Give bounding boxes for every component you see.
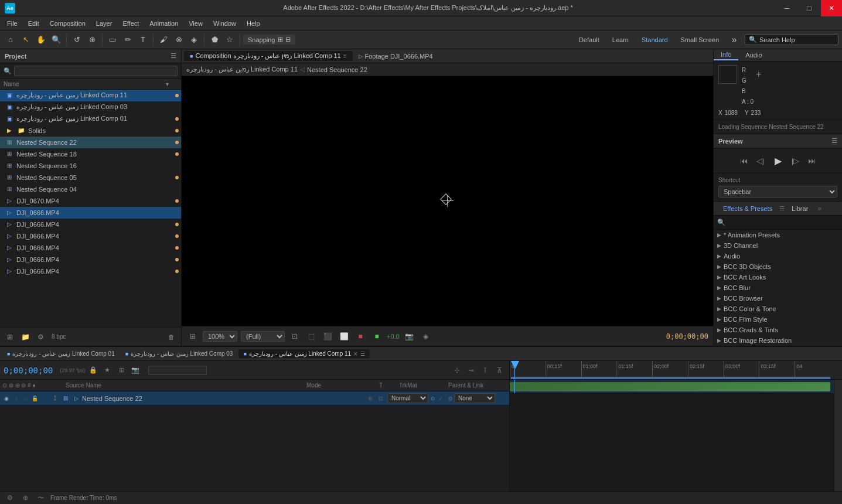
mode-select[interactable]: Normal Multiply Screen [387,393,428,403]
region-of-interest-btn[interactable]: ⊡ [288,330,301,343]
always-preview-btn[interactable]: ⊞ [186,330,199,343]
home-tool[interactable]: ⌂ [4,33,18,47]
puppet-tool[interactable]: ☆ [223,33,237,47]
zoom-select[interactable]: 100% 50% 200% [203,331,237,342]
snapshot-btn[interactable]: 📷 [403,330,416,343]
toggle-checkerboard-btn[interactable]: ⬚ [305,330,318,343]
list-item[interactable]: ▷ DJI_0670.MP4 [0,195,181,207]
clone-tool[interactable]: ⊗ [172,33,186,47]
layer-bar[interactable] [510,382,830,391]
list-item[interactable]: ⊞ Nested Sequence 18 [0,148,181,160]
tl-comp-btn[interactable]: ⊞ [115,365,127,376]
audio-toggle[interactable]: ♪ [12,394,20,403]
toggle-transparency-btn[interactable]: ⬛ [321,330,334,343]
effect-category-bccfilm[interactable]: ▶ BCC Film Style [714,314,842,325]
timeline-tab-comp03[interactable]: ■ زمین عباس - رودبارچره Linked Comp 03 [121,349,238,358]
effect-category-animation[interactable]: ▶ * Animation Presets [714,230,842,240]
menu-effect[interactable]: Effect [118,19,144,28]
list-item[interactable]: ▷ DJI_0666.MP4 [0,242,181,254]
timeline-tab-comp01[interactable]: ■ زمین عباس - رودبارچره Linked Comp 01 [2,349,120,358]
workspace-standard[interactable]: Standard [637,35,673,45]
close-button[interactable]: ✕ [821,0,842,16]
skip-to-start-btn[interactable]: ⏮ [738,154,751,167]
tl-camera-btn[interactable]: 📷 [129,365,141,376]
menu-edit[interactable]: Edit [23,19,44,28]
tl-tab-menu[interactable]: ☰ [360,351,365,357]
rect-tool[interactable]: ▭ [105,33,120,47]
list-item[interactable]: ▣ زمین عباس - رودبارچره Linked Comp 03 [0,101,181,113]
list-item[interactable]: ⊞ Nested Sequence 16 [0,160,181,172]
maximize-button[interactable]: □ [799,0,820,16]
list-item[interactable]: ⊞ Nested Sequence 05 [0,172,181,183]
list-item[interactable]: ▷ DJI_0666.MP4 [0,254,181,265]
tl-layer[interactable]: ◉ ♪ ○ 🔓 1 ⊞ ▷ Nested Sequence 22 ⊛ ⊡ [0,391,509,406]
selection-tool[interactable]: ↖ [19,33,33,47]
effect-category-bccbrowser[interactable]: ▶ BCC Browser [714,293,842,304]
step-forward-btn[interactable]: |▷ [789,154,802,167]
parent-select[interactable]: None [454,393,495,403]
preview-menu-icon[interactable]: ☰ [831,137,837,145]
frame-blend-btn[interactable]: ⊡ [377,394,385,403]
rotation-tool[interactable]: ↺ [70,33,84,47]
list-item[interactable]: ▶ 📁 Solids [0,125,181,137]
effects-search-input[interactable] [728,219,838,226]
snapping-toggle[interactable]: Snapping ⊞ ⊟ [243,35,295,45]
effect-category-bcc3d[interactable]: ▶ BCC 3D Objects [714,261,842,272]
tl-search-input[interactable] [148,366,207,375]
tl-bottom-add-btn[interactable]: ⊕ [20,493,30,503]
list-item[interactable]: ▷ DJI_0666.MP4 [0,230,181,242]
project-settings-button[interactable]: ⚙ [34,331,47,343]
camera-orbit-tool[interactable]: ⊕ [85,33,99,47]
project-menu-icon[interactable]: ☰ [171,52,176,60]
menu-view[interactable]: View [184,19,207,28]
effect-category-3dchannel[interactable]: ▶ 3D Channel [714,240,842,251]
list-item[interactable]: ▣ زمین عباس - رودبارچره Linked Comp 01 [0,113,181,125]
workspace-small-screen[interactable]: Small Screen [676,35,724,45]
effects-menu-icon[interactable]: ☰ [779,205,785,212]
effects-overflow[interactable]: » [817,205,821,213]
effect-category-bcccolor[interactable]: ▶ BCC Color & Tone [714,304,842,314]
timeline-tab-comp11[interactable]: ■ زمین عباس - رودبارچره Linked Comp 11 ✕… [238,349,370,358]
roto-tool[interactable]: ⬟ [207,33,221,47]
list-item[interactable]: ⊞ Nested Sequence 22 [0,137,181,148]
zoom-tool[interactable]: 🔍 [49,33,63,47]
tl-graph-btn[interactable]: ⊹ [451,364,463,377]
effect-category-bccartlooks[interactable]: ▶ BCC Art Looks [714,272,842,282]
list-item[interactable]: ▣ زمین عباس - رودبارچره Linked Comp 11 [0,90,181,101]
motion-blur-btn[interactable]: ⊛ [366,394,374,403]
pen-tool[interactable]: ✏ [121,33,135,47]
shortcut-select[interactable]: Spacebar Numpad 0 [718,186,837,197]
track-scroll-handle[interactable] [834,380,842,491]
brush-tool[interactable]: 🖌 [156,33,171,47]
tl-compose-btn[interactable]: ⊺ [479,364,492,377]
show-snapshot-btn[interactable]: ◈ [420,330,432,343]
visibility-toggle[interactable]: ◉ [2,394,11,403]
delete-item-button[interactable]: 🗑 [165,331,178,343]
new-item-button[interactable]: ⊞ [4,331,16,343]
text-tool[interactable]: T [136,33,150,47]
effect-category-bccblur[interactable]: ▶ BCC Blur [714,282,842,293]
workspace-default[interactable]: Default [574,35,604,45]
hand-tool[interactable]: ✋ [34,33,48,47]
viewer-canvas[interactable] [182,76,713,326]
tl-more-btn[interactable]: ⊼ [493,364,506,377]
menu-layer[interactable]: Layer [91,19,117,28]
project-search-input[interactable] [14,66,178,76]
exposure-btn[interactable]: ■ [370,330,383,343]
tl-lock-btn[interactable]: 🔒 [87,365,99,376]
tl-render-btn[interactable]: ⊸ [465,364,478,377]
minimize-button[interactable]: ─ [776,0,797,16]
list-item[interactable]: ▷ DJI_0666.MP4 [0,219,181,230]
workspace-learn[interactable]: Learn [608,35,633,45]
tl-tab-close[interactable]: ✕ [353,351,358,357]
effect-category-bccimage[interactable]: ▶ BCC Image Restoration [714,335,842,346]
menu-composition[interactable]: Composition [45,19,90,28]
step-back-btn[interactable]: ◁| [754,154,767,167]
info-tab[interactable]: Info [714,50,738,60]
new-folder-button[interactable]: 📁 [19,331,32,343]
composition-tab[interactable]: ■ Composition زמין عباس - رودبارچره Link… [184,51,353,61]
menu-help[interactable]: Help [242,19,265,28]
toggle-pixel-aspect-btn[interactable]: ⬜ [338,330,350,343]
menu-animation[interactable]: Animation [145,19,183,28]
workspace-overflow[interactable]: » [727,33,741,47]
